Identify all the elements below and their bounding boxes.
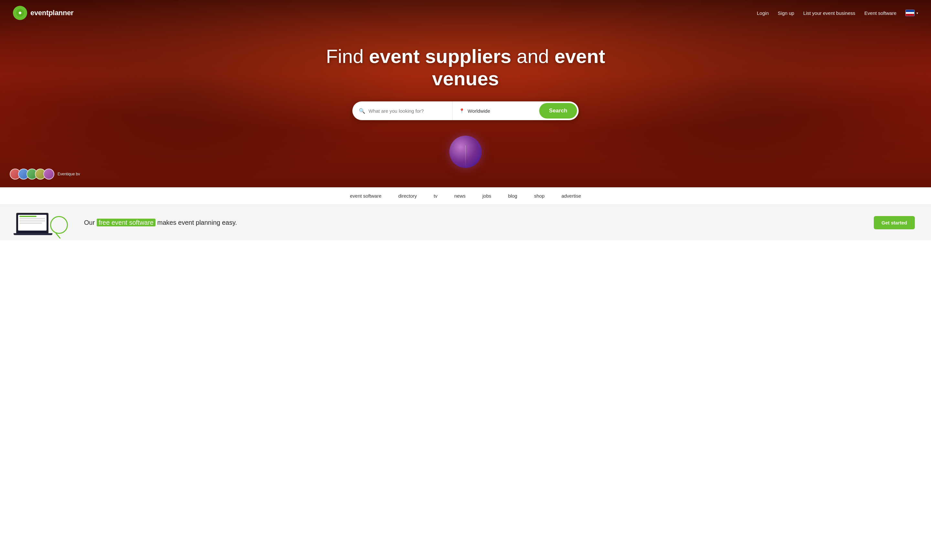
search-where-section: 📍 <box>452 102 538 120</box>
list-business-link[interactable]: List your event business <box>803 10 855 16</box>
screen-line <box>19 223 42 224</box>
nav-right: Login Sign up List your event business E… <box>757 10 918 16</box>
promo-highlight: free event software <box>97 218 156 226</box>
logo-icon <box>13 6 27 20</box>
laptop-illustration <box>16 213 48 234</box>
hero-avatars: Eventique bv <box>10 169 80 180</box>
tab-shop[interactable]: shop <box>526 187 553 205</box>
chevron-down-icon: ▾ <box>916 11 918 15</box>
avatar <box>43 169 54 180</box>
avatar-stack <box>10 169 54 180</box>
location-icon: 📍 <box>459 108 465 113</box>
search-icon: 🔍 <box>359 108 365 114</box>
screen-line <box>19 220 45 222</box>
tab-event-software[interactable]: event software <box>341 187 390 205</box>
login-link[interactable]: Login <box>757 10 769 16</box>
language-selector[interactable]: ▾ <box>905 10 918 16</box>
device-base <box>14 233 52 235</box>
get-started-button[interactable]: Get started <box>874 216 915 229</box>
screen-line <box>19 218 45 219</box>
screen-line <box>19 216 37 217</box>
tab-blog[interactable]: blog <box>500 187 526 205</box>
logo[interactable]: eventplanner <box>13 6 73 20</box>
tab-jobs[interactable]: jobs <box>474 187 500 205</box>
tab-advertise[interactable]: advertise <box>553 187 590 205</box>
promo-banner: Our free event software makes event plan… <box>0 205 931 240</box>
globe-decoration <box>449 135 482 168</box>
language-flag <box>905 10 914 16</box>
logo-text: eventplanner <box>30 9 73 17</box>
signup-link[interactable]: Sign up <box>778 10 794 16</box>
svg-point-1 <box>19 12 21 14</box>
search-bar: 🔍 📍 Search <box>352 102 579 120</box>
nav-tabs-bar: event softwaredirectorytvnewsjobsblogsho… <box>0 187 931 205</box>
promo-text: Our free event software makes event plan… <box>84 219 864 226</box>
search-where-input[interactable] <box>468 108 531 114</box>
search-button[interactable]: Search <box>539 103 577 118</box>
globe-stem <box>465 145 466 168</box>
tab-news[interactable]: news <box>446 187 474 205</box>
device-screen <box>18 215 46 231</box>
promo-image <box>16 211 74 234</box>
search-what-section: 🔍 <box>352 102 452 120</box>
avatar-label: Eventique bv <box>57 172 80 176</box>
tab-directory[interactable]: directory <box>390 187 425 205</box>
top-navigation: eventplanner Login Sign up List your eve… <box>0 0 931 26</box>
event-software-nav-link[interactable]: Event software <box>865 10 896 16</box>
search-what-input[interactable] <box>369 108 446 114</box>
tab-tv[interactable]: tv <box>425 187 446 205</box>
hero-section: Eventique bv Find event suppliers and ev… <box>0 0 931 187</box>
hero-title: Find event suppliers and event venues <box>320 45 611 90</box>
circle-illustration <box>50 216 68 234</box>
